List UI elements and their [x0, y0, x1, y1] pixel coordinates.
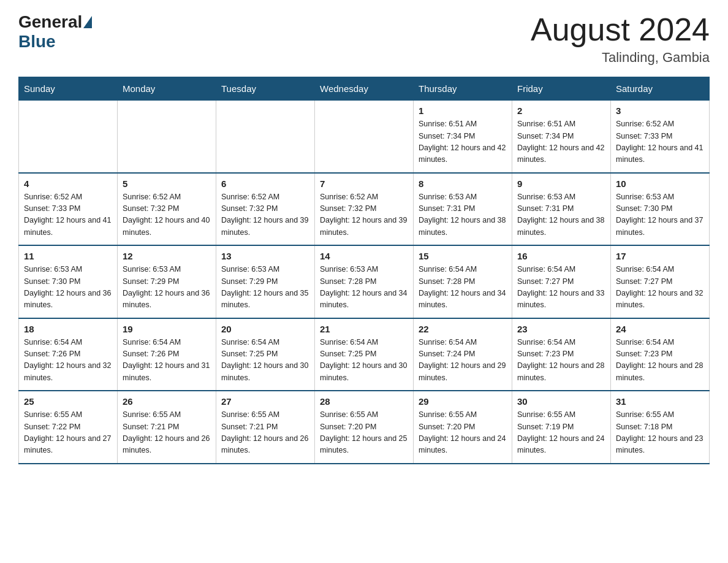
day-info: Sunrise: 6:54 AM Sunset: 7:24 PM Dayligh… — [419, 337, 507, 385]
day-number: 3 — [616, 105, 704, 116]
day-cell-5: 5Sunrise: 6:52 AM Sunset: 7:32 PM Daylig… — [118, 173, 216, 246]
day-info: Sunrise: 6:54 AM Sunset: 7:23 PM Dayligh… — [616, 337, 704, 385]
day-info: Sunrise: 6:55 AM Sunset: 7:21 PM Dayligh… — [123, 409, 211, 457]
day-info: Sunrise: 6:52 AM Sunset: 7:33 PM Dayligh… — [616, 118, 704, 166]
day-number: 22 — [419, 324, 507, 334]
day-info: Sunrise: 6:53 AM Sunset: 7:29 PM Dayligh… — [221, 264, 309, 312]
weekday-header-tuesday: Tuesday — [216, 77, 315, 101]
day-info: Sunrise: 6:53 AM Sunset: 7:30 PM Dayligh… — [616, 191, 704, 239]
day-cell-25: 25Sunrise: 6:55 AM Sunset: 7:22 PM Dayli… — [19, 391, 118, 464]
day-info: Sunrise: 6:54 AM Sunset: 7:25 PM Dayligh… — [320, 337, 408, 385]
day-number: 10 — [616, 178, 704, 189]
day-cell-1: 1Sunrise: 6:51 AM Sunset: 7:34 PM Daylig… — [414, 101, 512, 173]
day-info: Sunrise: 6:55 AM Sunset: 7:20 PM Dayligh… — [320, 409, 408, 457]
day-cell-11: 11Sunrise: 6:53 AM Sunset: 7:30 PM Dayli… — [19, 245, 118, 318]
day-info: Sunrise: 6:54 AM Sunset: 7:23 PM Dayligh… — [517, 337, 605, 385]
day-cell-8: 8Sunrise: 6:53 AM Sunset: 7:31 PM Daylig… — [414, 173, 512, 246]
day-cell-20: 20Sunrise: 6:54 AM Sunset: 7:25 PM Dayli… — [216, 318, 315, 391]
day-cell-24: 24Sunrise: 6:54 AM Sunset: 7:23 PM Dayli… — [611, 318, 710, 391]
day-info: Sunrise: 6:52 AM Sunset: 7:33 PM Dayligh… — [24, 191, 112, 239]
day-number: 27 — [221, 396, 309, 407]
month-title: August 2024 — [531, 12, 710, 47]
day-number: 19 — [123, 324, 211, 334]
day-cell-14: 14Sunrise: 6:53 AM Sunset: 7:28 PM Dayli… — [315, 245, 414, 318]
day-number: 9 — [517, 178, 605, 189]
day-info: Sunrise: 6:55 AM Sunset: 7:19 PM Dayligh… — [517, 409, 605, 457]
day-cell-30: 30Sunrise: 6:55 AM Sunset: 7:19 PM Dayli… — [512, 391, 611, 464]
day-number: 30 — [517, 396, 605, 407]
day-cell-18: 18Sunrise: 6:54 AM Sunset: 7:26 PM Dayli… — [19, 318, 118, 391]
day-number: 17 — [616, 251, 704, 261]
weekday-header-wednesday: Wednesday — [315, 77, 414, 101]
day-number: 14 — [320, 251, 408, 261]
day-info: Sunrise: 6:51 AM Sunset: 7:34 PM Dayligh… — [419, 118, 507, 166]
day-cell-2: 2Sunrise: 6:51 AM Sunset: 7:34 PM Daylig… — [512, 101, 611, 173]
day-cell-9: 9Sunrise: 6:53 AM Sunset: 7:31 PM Daylig… — [512, 173, 611, 246]
day-number: 2 — [517, 105, 605, 116]
day-cell-12: 12Sunrise: 6:53 AM Sunset: 7:29 PM Dayli… — [118, 245, 216, 318]
day-cell-3: 3Sunrise: 6:52 AM Sunset: 7:33 PM Daylig… — [611, 101, 710, 173]
location: Talinding, Gambia — [531, 50, 710, 66]
day-info: Sunrise: 6:54 AM Sunset: 7:26 PM Dayligh… — [123, 337, 211, 385]
calendar-table: SundayMondayTuesdayWednesdayThursdayFrid… — [18, 77, 710, 464]
weekday-header-saturday: Saturday — [611, 77, 710, 101]
day-number: 1 — [419, 105, 507, 116]
day-number: 12 — [123, 251, 211, 261]
day-number: 6 — [221, 178, 309, 189]
day-number: 16 — [517, 251, 605, 261]
week-row-5: 25Sunrise: 6:55 AM Sunset: 7:22 PM Dayli… — [19, 391, 710, 464]
day-cell-empty — [118, 101, 216, 173]
day-number: 13 — [221, 251, 309, 261]
day-cell-21: 21Sunrise: 6:54 AM Sunset: 7:25 PM Dayli… — [315, 318, 414, 391]
day-number: 31 — [616, 396, 704, 407]
day-info: Sunrise: 6:54 AM Sunset: 7:27 PM Dayligh… — [616, 264, 704, 312]
day-number: 8 — [419, 178, 507, 189]
day-cell-22: 22Sunrise: 6:54 AM Sunset: 7:24 PM Dayli… — [414, 318, 512, 391]
day-cell-4: 4Sunrise: 6:52 AM Sunset: 7:33 PM Daylig… — [19, 173, 118, 246]
day-info: Sunrise: 6:54 AM Sunset: 7:27 PM Dayligh… — [517, 264, 605, 312]
day-info: Sunrise: 6:54 AM Sunset: 7:28 PM Dayligh… — [419, 264, 507, 312]
day-number: 11 — [24, 251, 112, 261]
day-number: 21 — [320, 324, 408, 334]
day-number: 18 — [24, 324, 112, 334]
weekday-header-row: SundayMondayTuesdayWednesdayThursdayFrid… — [19, 77, 710, 101]
day-info: Sunrise: 6:51 AM Sunset: 7:34 PM Dayligh… — [517, 118, 605, 166]
day-number: 5 — [123, 178, 211, 189]
day-cell-empty — [216, 101, 315, 173]
day-info: Sunrise: 6:53 AM Sunset: 7:28 PM Dayligh… — [320, 264, 408, 312]
week-row-1: 1Sunrise: 6:51 AM Sunset: 7:34 PM Daylig… — [19, 101, 710, 173]
day-number: 23 — [517, 324, 605, 334]
day-info: Sunrise: 6:54 AM Sunset: 7:25 PM Dayligh… — [221, 337, 309, 385]
day-number: 29 — [419, 396, 507, 407]
day-cell-16: 16Sunrise: 6:54 AM Sunset: 7:27 PM Dayli… — [512, 245, 611, 318]
day-cell-13: 13Sunrise: 6:53 AM Sunset: 7:29 PM Dayli… — [216, 245, 315, 318]
day-cell-7: 7Sunrise: 6:52 AM Sunset: 7:32 PM Daylig… — [315, 173, 414, 246]
week-row-4: 18Sunrise: 6:54 AM Sunset: 7:26 PM Dayli… — [19, 318, 710, 391]
day-cell-23: 23Sunrise: 6:54 AM Sunset: 7:23 PM Dayli… — [512, 318, 611, 391]
day-number: 26 — [123, 396, 211, 407]
day-number: 28 — [320, 396, 408, 407]
day-number: 7 — [320, 178, 408, 189]
day-number: 15 — [419, 251, 507, 261]
day-cell-17: 17Sunrise: 6:54 AM Sunset: 7:27 PM Dayli… — [611, 245, 710, 318]
day-number: 24 — [616, 324, 704, 334]
day-info: Sunrise: 6:52 AM Sunset: 7:32 PM Dayligh… — [123, 191, 211, 239]
page-header: General Blue August 2024 Talinding, Gamb… — [18, 12, 710, 66]
weekday-header-thursday: Thursday — [414, 77, 512, 101]
day-info: Sunrise: 6:52 AM Sunset: 7:32 PM Dayligh… — [320, 191, 408, 239]
day-cell-26: 26Sunrise: 6:55 AM Sunset: 7:21 PM Dayli… — [118, 391, 216, 464]
day-cell-6: 6Sunrise: 6:52 AM Sunset: 7:32 PM Daylig… — [216, 173, 315, 246]
day-info: Sunrise: 6:54 AM Sunset: 7:26 PM Dayligh… — [24, 337, 112, 385]
day-cell-19: 19Sunrise: 6:54 AM Sunset: 7:26 PM Dayli… — [118, 318, 216, 391]
title-block: August 2024 Talinding, Gambia — [531, 12, 710, 66]
day-info: Sunrise: 6:53 AM Sunset: 7:30 PM Dayligh… — [24, 264, 112, 312]
day-cell-15: 15Sunrise: 6:54 AM Sunset: 7:28 PM Dayli… — [414, 245, 512, 318]
day-cell-28: 28Sunrise: 6:55 AM Sunset: 7:20 PM Dayli… — [315, 391, 414, 464]
day-info: Sunrise: 6:53 AM Sunset: 7:31 PM Dayligh… — [517, 191, 605, 239]
day-info: Sunrise: 6:53 AM Sunset: 7:31 PM Dayligh… — [419, 191, 507, 239]
logo-blue-text: Blue — [18, 32, 56, 52]
day-cell-29: 29Sunrise: 6:55 AM Sunset: 7:20 PM Dayli… — [414, 391, 512, 464]
week-row-2: 4Sunrise: 6:52 AM Sunset: 7:33 PM Daylig… — [19, 173, 710, 246]
weekday-header-monday: Monday — [118, 77, 216, 101]
day-info: Sunrise: 6:55 AM Sunset: 7:22 PM Dayligh… — [24, 409, 112, 457]
